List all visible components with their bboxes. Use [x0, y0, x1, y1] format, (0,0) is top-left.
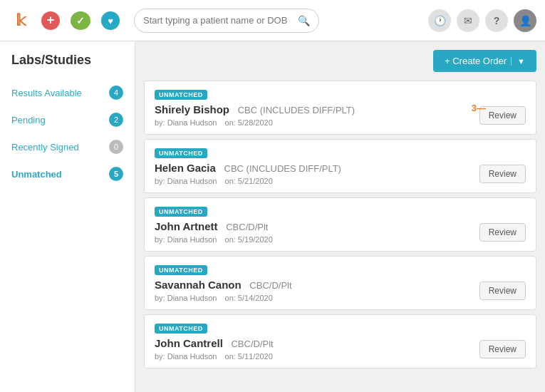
- sidebar-title: Labs/Studies: [0, 53, 135, 79]
- pending-label: Pending: [11, 115, 46, 125]
- unmatched-badge-label: UNMATCHED: [155, 324, 207, 334]
- unmatched-label: Unmatched: [11, 169, 62, 180]
- card-info: Savannah Canon CBC/D/Plt by: Diana Hudso…: [155, 279, 292, 302]
- by-label: by: Diana Hudson: [155, 177, 217, 185]
- pending-badge: 2: [109, 113, 123, 127]
- card-main-row: Helen Gacia CBC (INCLUDES DIFF/PLT) by: …: [155, 162, 526, 185]
- content-area: + Create Order ▼ UNMATCHED Shirely Bisho…: [135, 41, 545, 392]
- lab-card: UNMATCHED Shirely Bishop CBC (INCLUDES D…: [144, 81, 536, 135]
- content-header: + Create Order ▼: [144, 50, 536, 72]
- card-actions: Review: [479, 282, 526, 300]
- header: 𝕜 + ✓ ♥ 🔍 🕐 ✉ ? 👤: [0, 0, 545, 41]
- on-label: on: 5/19/2020: [225, 235, 273, 244]
- user-avatar[interactable]: 👤: [514, 9, 536, 32]
- patient-name: Helen Gacia: [155, 162, 216, 174]
- card-info: John Cantrell CBC/D/Plt by: Diana Hudson…: [155, 337, 279, 361]
- by-label: by: Diana Hudson: [155, 235, 217, 244]
- k-logo[interactable]: 𝕜: [9, 9, 33, 33]
- recently-signed-label: Recently Signed: [11, 142, 79, 153]
- review-button[interactable]: Review: [479, 223, 526, 242]
- create-order-button[interactable]: + Create Order ▼: [433, 50, 536, 72]
- card-meta: by: Diana Hudson on: 5/11/2020: [155, 352, 279, 361]
- unmatched-badge-label: UNMATCHED: [155, 265, 207, 275]
- on-label: on: 5/28/2020: [225, 118, 273, 127]
- recently-signed-badge: 0: [109, 140, 123, 154]
- search-bar[interactable]: 🔍: [134, 9, 319, 33]
- card-main-row: Shirely Bishop CBC (INCLUDES DIFF/PLT) b…: [155, 103, 526, 127]
- card-info: Shirely Bishop CBC (INCLUDES DIFF/PLT) b…: [155, 103, 355, 127]
- patient-name: Savannah Canon: [155, 279, 242, 291]
- svg-text:♥: ♥: [108, 16, 113, 26]
- review-button[interactable]: Review: [479, 106, 526, 125]
- on-label: on: 5/14/2020: [225, 294, 273, 302]
- card-main-row: Savannah Canon CBC/D/Plt by: Diana Hudso…: [155, 279, 526, 302]
- card-actions: 3— Review: [479, 106, 526, 125]
- card-meta: by: Diana Hudson on: 5/28/2020: [155, 118, 355, 127]
- sidebar-item-recently-signed[interactable]: Recently Signed 0: [0, 133, 135, 160]
- by-label: by: Diana Hudson: [155, 294, 217, 302]
- card-main-row: John Cantrell CBC/D/Plt by: Diana Hudson…: [155, 337, 526, 361]
- add-patient-icon[interactable]: +: [38, 9, 63, 33]
- create-order-dropdown-arrow[interactable]: ▼: [511, 57, 525, 66]
- lab-card: UNMATCHED John Artnett CBC/D/Plt by: Dia…: [144, 197, 536, 252]
- by-label: by: Diana Hudson: [155, 352, 217, 361]
- card-meta: by: Diana Hudson on: 5/19/2020: [155, 235, 279, 244]
- annotation-3: 3—: [472, 103, 486, 113]
- card-info: Helen Gacia CBC (INCLUDES DIFF/PLT) by: …: [155, 162, 341, 185]
- search-icon: 🔍: [298, 15, 310, 26]
- patient-name: John Artnett: [155, 220, 218, 232]
- heart-icon[interactable]: ♥: [98, 9, 123, 33]
- review-button[interactable]: Review: [479, 165, 526, 183]
- card-info: John Artnett CBC/D/Plt by: Diana Hudson …: [155, 220, 279, 244]
- card-meta: by: Diana Hudson on: 5/21/2020: [155, 177, 341, 185]
- lab-card: UNMATCHED Helen Gacia CBC (INCLUDES DIFF…: [144, 139, 536, 193]
- cards-container: UNMATCHED Shirely Bishop CBC (INCLUDES D…: [144, 81, 536, 368]
- sidebar-item-unmatched[interactable]: Unmatched 5 —2: [0, 160, 135, 187]
- lab-card: UNMATCHED John Cantrell CBC/D/Plt by: Di…: [144, 314, 536, 368]
- results-available-badge: 4: [109, 86, 123, 100]
- test-name: CBC (INCLUDES DIFF/PLT): [224, 163, 341, 174]
- sidebar: Labs/Studies Results Available 4 Pending…: [0, 41, 135, 392]
- main-container: Labs/Studies Results Available 4 Pending…: [0, 41, 545, 392]
- on-label: on: 5/21/2020: [225, 177, 273, 185]
- help-icon[interactable]: ?: [485, 9, 508, 32]
- test-name: CBC (INCLUDES DIFF/PLT): [238, 105, 355, 115]
- svg-text:+: +: [47, 13, 55, 27]
- unmatched-badge-label: UNMATCHED: [155, 148, 207, 158]
- card-meta: by: Diana Hudson on: 5/14/2020: [155, 294, 292, 302]
- search-input[interactable]: [143, 15, 295, 26]
- test-name: CBC/D/Plt: [249, 280, 291, 291]
- card-actions: Review: [479, 165, 526, 183]
- test-name: CBC/D/Plt: [226, 222, 268, 232]
- on-label: on: 5/11/2020: [225, 352, 273, 361]
- by-label: by: Diana Hudson: [155, 118, 217, 127]
- results-available-label: Results Available: [11, 88, 82, 98]
- test-name: CBC/D/Plt: [231, 339, 273, 349]
- mail-icon[interactable]: ✉: [457, 9, 479, 32]
- history-icon[interactable]: 🕐: [428, 9, 451, 32]
- card-actions: Review: [479, 340, 526, 359]
- svg-text:✓: ✓: [76, 15, 85, 26]
- unmatched-badge: 5: [109, 167, 123, 181]
- sidebar-item-results-available[interactable]: Results Available 4: [0, 79, 135, 106]
- header-right-icons: 🕐 ✉ ? 👤: [428, 9, 536, 32]
- card-actions: Review: [479, 223, 526, 242]
- patient-name: Shirely Bishop: [155, 103, 229, 115]
- lab-card: UNMATCHED Savannah Canon CBC/D/Plt by: D…: [144, 256, 536, 310]
- unmatched-badge-label: UNMATCHED: [155, 207, 207, 217]
- sidebar-item-pending[interactable]: Pending 2: [0, 106, 135, 133]
- review-button[interactable]: Review: [479, 340, 526, 359]
- patient-name: John Cantrell: [155, 337, 223, 349]
- unmatched-badge-label: UNMATCHED: [155, 90, 207, 100]
- card-main-row: John Artnett CBC/D/Plt by: Diana Hudson …: [155, 220, 526, 244]
- review-button[interactable]: Review: [479, 282, 526, 300]
- checkmark-icon[interactable]: ✓: [68, 9, 93, 33]
